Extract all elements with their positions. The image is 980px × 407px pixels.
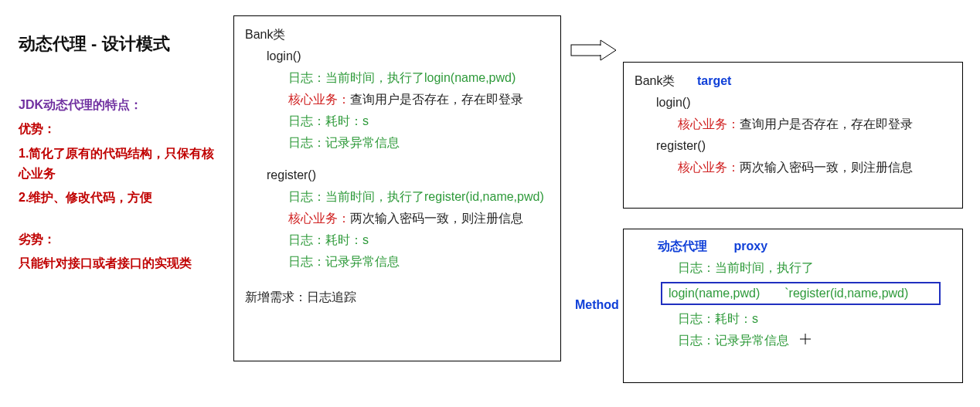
proxy-log1: 日志：当前时间，执行了 <box>635 257 951 279</box>
mid-new-requirement: 新增需求：日志追踪 <box>245 287 550 308</box>
mid-register-log1: 日志：当前时间，执行了register(id,name,pwd) <box>245 186 550 208</box>
target-register-core: 核心业务：两次输入密码一致，则注册信息 <box>635 157 951 178</box>
proxy-method-login: login(name,pwd) <box>669 287 760 300</box>
mid-login-log3: 日志：记录异常信息 <box>245 132 550 154</box>
mid-register-core: 核心业务：两次输入密码一致，则注册信息 <box>245 208 550 229</box>
advantage-2: 2.维护、修改代码，方便 <box>19 188 219 208</box>
proxy-method-box: login(name,pwd) `register(id,name,pwd) <box>661 282 941 305</box>
arrow-icon <box>570 39 617 62</box>
target-login-method: login() <box>635 92 951 114</box>
target-register-method: register() <box>635 135 951 157</box>
mid-class-name: Bank类 <box>245 24 550 46</box>
target-bank-box: Bank类 target login() 核心业务：查询用户是否存在，存在即登录… <box>623 62 963 209</box>
proxy-log3: 日志：记录异常信息 <box>635 330 951 351</box>
mid-login-log2: 日志：耗时：s <box>245 110 550 132</box>
mid-register-log2: 日志：耗时：s <box>245 229 550 251</box>
method-label: Method <box>575 298 619 312</box>
jdk-features-heading: JDK动态代理的特点： <box>19 95 219 115</box>
proxy-label: proxy <box>733 239 767 253</box>
original-bank-box: Bank类 login() 日志：当前时间，执行了login(name,pwd)… <box>233 15 561 361</box>
mid-login-log1: 日志：当前时间，执行了login(name,pwd) <box>245 67 550 89</box>
mid-register-log3: 日志：记录异常信息 <box>245 251 550 273</box>
proxy-header: 动态代理 proxy <box>658 236 951 257</box>
disadvantages-label: 劣势： <box>19 229 219 249</box>
diagram-canvas: 动态代理 - 设计模式 JDK动态代理的特点： 优势： 1.简化了原有的代码结构… <box>0 0 980 407</box>
svg-rect-2 <box>599 46 602 55</box>
svg-marker-1 <box>601 40 616 60</box>
target-header: Bank类 target <box>635 70 951 92</box>
svg-rect-0 <box>571 45 601 56</box>
mid-register-method: register() <box>245 164 550 186</box>
mid-login-method: login() <box>245 46 550 67</box>
proxy-method-register: `register(id,name,pwd) <box>784 287 908 300</box>
diagram-title: 动态代理 - 设计模式 <box>19 32 219 56</box>
disadvantage-1: 只能针对接口或者接口的实现类 <box>19 253 219 273</box>
mid-login-core: 核心业务：查询用户是否存在，存在即登录 <box>245 89 550 110</box>
proxy-box: 动态代理 proxy 日志：当前时间，执行了 login(name,pwd) `… <box>623 229 963 383</box>
target-login-core: 核心业务：查询用户是否存在，存在即登录 <box>635 114 951 135</box>
advantages-label: 优势： <box>19 119 219 139</box>
cursor-icon <box>800 330 811 351</box>
advantage-1: 1.简化了原有的代码结构，只保有核心业务 <box>19 144 219 183</box>
left-notes: 动态代理 - 设计模式 JDK动态代理的特点： 优势： 1.简化了原有的代码结构… <box>19 32 219 278</box>
proxy-log2: 日志：耗时：s <box>635 308 951 330</box>
target-label: target <box>697 70 731 92</box>
